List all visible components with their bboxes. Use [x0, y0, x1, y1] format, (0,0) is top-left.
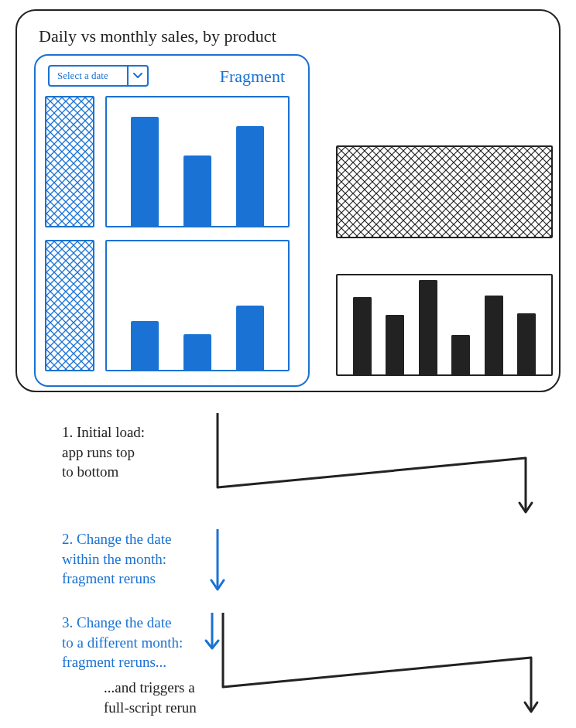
app-window: Daily vs monthly sales, by product Fragm…: [15, 9, 561, 392]
step-1-text: 1. Initial load: app runs top to bottom: [62, 422, 194, 482]
fragment-row-1: [45, 96, 299, 227]
placeholder-box: [45, 240, 94, 371]
fragment-label: Fragment: [220, 67, 285, 87]
date-select[interactable]: Select a date: [48, 65, 149, 87]
placeholder-box: [336, 145, 553, 238]
step-2-text: 2. Change the date within the month: fra…: [62, 529, 225, 589]
arrow-initial-load: [213, 412, 538, 520]
right-column: [336, 145, 553, 376]
fragment-chart-1: [105, 96, 290, 227]
placeholder-box: [45, 96, 94, 227]
fragment-row-2: [45, 240, 299, 371]
fragment-chart-2: [105, 240, 290, 371]
bars: [122, 97, 274, 226]
date-select-placeholder: Select a date: [57, 70, 127, 82]
chevron-down-icon: [127, 67, 147, 85]
right-chart: [336, 274, 553, 376]
svg-rect-0: [46, 97, 93, 226]
bars: [348, 275, 540, 374]
main-content: Fragment Select a date: [34, 54, 542, 387]
arrow-fragment-rerun: [213, 528, 244, 597]
bars: [122, 241, 274, 370]
arrow-full-rerun: [218, 611, 543, 719]
svg-rect-1: [46, 241, 93, 370]
svg-rect-2: [338, 147, 551, 237]
page-title: Daily vs monthly sales, by product: [39, 26, 542, 46]
fragment-container: Fragment Select a date: [34, 54, 310, 387]
